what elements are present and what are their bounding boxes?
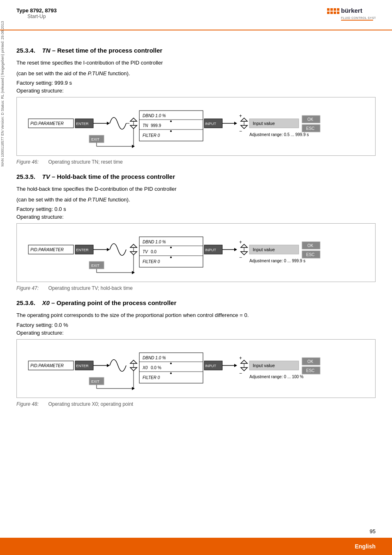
svg-rect-3	[334, 8, 336, 11]
svg-rect-2	[330, 8, 333, 11]
svg-text:Adjustment range: 0 ... 999.9 : Adjustment range: 0 ... 999.9 s	[249, 259, 305, 263]
svg-text:EXIT: EXIT	[91, 137, 100, 141]
svg-text:ESC: ESC	[306, 252, 315, 257]
op-structure-label-1: Operating structure:	[16, 88, 376, 94]
svg-text:−: −	[239, 128, 242, 134]
svg-text:Input value: Input value	[253, 247, 275, 252]
svg-rect-11	[341, 20, 373, 21]
section-25-3-4: 25.3.4. TN – Reset time of the process c…	[16, 47, 376, 165]
op-structure-label-2: Operating structure:	[16, 214, 376, 220]
page-footer: English	[0, 538, 392, 555]
section-dash-3: –	[51, 299, 57, 306]
svg-text:999.9: 999.9	[151, 123, 161, 128]
section-num-3: 25.3.6.	[16, 299, 35, 306]
section-25-3-5: 25.3.5. TV – Hold-back time of the proce…	[16, 173, 376, 291]
header-type: Type 8792, 8793	[16, 7, 57, 14]
svg-marker-99	[107, 364, 110, 367]
svg-text:X0: X0	[142, 365, 148, 370]
body-text-2a: The hold-back time specifies the D-contr…	[16, 185, 376, 193]
burkert-logo: bürkert FLUID CONTROL SYSTEMS	[326, 7, 376, 25]
section-title-italic-3: X0	[42, 299, 50, 306]
svg-text:FLUID CONTROL SYSTEMS: FLUID CONTROL SYSTEMS	[341, 16, 376, 19]
svg-marker-101	[130, 368, 137, 371]
svg-text:+: +	[239, 355, 242, 361]
diagram-1: PID.PARAMETER ENTER DBND 1.0 %	[16, 97, 376, 156]
diagram-3: PID.PARAMETER ENTER DBND 1.0 % X0 0.0 % …	[16, 339, 376, 398]
svg-text:+: +	[239, 239, 242, 245]
section-title-italic-2: TV	[42, 173, 50, 180]
svg-marker-59	[107, 248, 110, 251]
section-rest-1: Reset time of the process controller	[57, 47, 162, 54]
factory-setting-2: Factory setting: 0.0 s	[16, 206, 376, 212]
section-25-3-6: 25.3.6. X0 – Operating point of the proc…	[16, 299, 376, 407]
svg-text:PID.PARAMETER: PID.PARAMETER	[30, 247, 64, 252]
svg-rect-7	[334, 12, 336, 14]
svg-text:Input value: Input value	[253, 363, 275, 368]
header-title-block: Type 8792, 8793 Start-Up	[16, 7, 57, 19]
svg-text:ENTER: ENTER	[76, 122, 89, 126]
svg-marker-100	[130, 360, 137, 363]
svg-text:−: −	[239, 254, 242, 260]
svg-text:ENTER: ENTER	[76, 364, 89, 368]
svg-text:INPUT: INPUT	[205, 122, 217, 126]
svg-text:+: +	[239, 113, 242, 119]
svg-text:bürkert: bürkert	[341, 7, 362, 14]
svg-text:ESC: ESC	[306, 368, 315, 373]
svg-text:FILTER   0: FILTER 0	[143, 375, 160, 380]
svg-marker-115	[234, 364, 237, 367]
svg-rect-6	[330, 12, 333, 14]
section-heading-25-3-5: 25.3.5. TV – Hold-back time of the proce…	[16, 173, 376, 180]
svg-text:FILTER   0: FILTER 0	[143, 259, 160, 264]
factory-setting-3: Factory setting: 0.0 %	[16, 322, 376, 328]
svg-text:−: −	[239, 370, 242, 376]
svg-text:OK: OK	[307, 359, 314, 364]
svg-marker-18	[130, 118, 137, 121]
figure-caption-3: Figure 48: Operating structure X0; opera…	[16, 401, 376, 407]
diagram-svg-3: PID.PARAMETER ENTER DBND 1.0 % X0 0.0 % …	[23, 345, 369, 391]
svg-marker-33	[234, 122, 237, 125]
body-text-2b: (can be set with the aid of the P.TUNE f…	[16, 196, 376, 204]
section-heading-25-3-4: 25.3.4. TN – Reset time of the process c…	[16, 47, 376, 54]
svg-point-24	[170, 120, 172, 122]
svg-marker-17	[107, 122, 110, 125]
svg-text:PID.PARAMETER: PID.PARAMETER	[30, 363, 64, 368]
footer-language: English	[355, 543, 392, 550]
op-structure-label-3: Operating structure:	[16, 330, 376, 336]
section-rest-2: Hold-back time of the process controller	[57, 173, 175, 180]
body-text-3a: The operating point corresponds to the s…	[16, 311, 376, 319]
section-title-italic-1: TN	[42, 47, 51, 54]
svg-text:EXIT: EXIT	[91, 379, 100, 384]
svg-text:INPUT: INPUT	[205, 364, 217, 368]
svg-text:DBND  1.0 %: DBND 1.0 %	[143, 356, 166, 360]
svg-text:0.0: 0.0	[151, 250, 157, 254]
svg-text:Adjustment range: 0 ... 100 %: Adjustment range: 0 ... 100 %	[249, 375, 304, 379]
section-num-1: 25.3.4.	[16, 47, 35, 54]
diagram-2: PID.PARAMETER ENTER DBND 1.0 % TV 0.0 FI…	[16, 223, 376, 282]
svg-text:DBND  1.0 %: DBND 1.0 %	[143, 113, 166, 118]
svg-marker-60	[130, 244, 137, 247]
body-text-1b: (can be set with the aid of the P.TUNE f…	[16, 69, 376, 78]
svg-point-70	[170, 257, 172, 258]
svg-text:Input value: Input value	[253, 121, 275, 126]
svg-text:OK: OK	[307, 117, 314, 122]
svg-marker-75	[234, 248, 237, 251]
svg-text:OK: OK	[307, 243, 314, 248]
svg-text:TN: TN	[143, 123, 148, 128]
svg-point-66	[170, 247, 172, 248]
svg-text:Adjustment range: 0.5 ... 999.: Adjustment range: 0.5 ... 999.9 s	[249, 132, 309, 137]
figure-caption-1: Figure 46: Operating structure TN; reset…	[16, 159, 376, 165]
page-header: Type 8792, 8793 Start-Up bürkert FLUID C…	[0, 0, 392, 30]
logo-svg: bürkert FLUID CONTROL SYSTEMS	[326, 7, 376, 25]
svg-marker-19	[130, 125, 137, 129]
section-dash-2: –	[52, 173, 57, 180]
svg-text:TV: TV	[143, 250, 148, 254]
svg-text:0.0 %: 0.0 %	[151, 365, 161, 370]
svg-rect-4	[337, 8, 339, 11]
section-num-2: 25.3.5.	[16, 173, 35, 180]
svg-rect-8	[337, 12, 339, 14]
diagram-svg-2: PID.PARAMETER ENTER DBND 1.0 % TV 0.0 FI…	[23, 229, 369, 275]
main-content: 25.3.4. TN – Reset time of the process c…	[0, 30, 392, 446]
figure-caption-2: Figure 47: Operating structure TV; hold-…	[16, 285, 376, 291]
svg-point-28	[170, 130, 172, 132]
page-number: 95	[370, 528, 376, 534]
